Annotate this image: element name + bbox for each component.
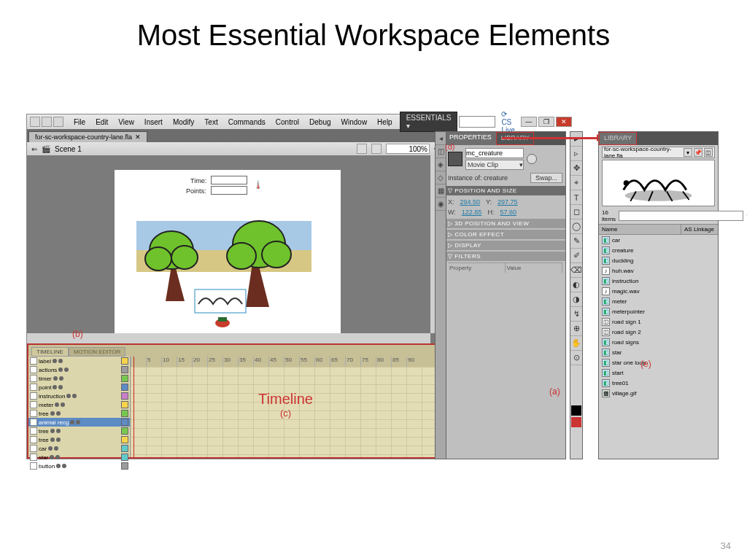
lock-dot[interactable] — [56, 429, 61, 433]
menu-edit[interactable]: Edit — [91, 117, 112, 128]
menu-help[interactable]: Help — [373, 117, 397, 128]
section-3d[interactable]: ▷ 3D POSITION AND VIEW — [445, 219, 565, 228]
y-value[interactable]: 297.75 — [498, 198, 518, 206]
help-search-input[interactable] — [459, 116, 495, 128]
library-item[interactable]: ◧meterpointer — [599, 306, 718, 316]
tool-5[interactable]: ◻ — [570, 205, 582, 219]
tool-8[interactable]: ✐ — [570, 249, 582, 263]
visibility-dot[interactable] — [53, 359, 57, 363]
tool-11[interactable]: ◑ — [570, 292, 582, 307]
collapsed-panel-strip[interactable]: ◂ ◫ ◈ ◇ ▦ ◉ — [435, 131, 446, 459]
layer-row[interactable]: star — [28, 453, 130, 462]
tool-12[interactable]: ↯ — [570, 307, 582, 322]
library-item[interactable]: ◫road sign 2 — [599, 327, 718, 337]
close-button[interactable]: ✕ — [556, 117, 572, 127]
library-search-input[interactable] — [619, 211, 743, 221]
x-value[interactable]: 294.50 — [460, 198, 481, 206]
ruler-tick[interactable]: 5 — [146, 357, 161, 367]
symbol-type-dropdown[interactable]: Movie Clip▾ — [465, 160, 524, 170]
ruler-tick[interactable]: 70 — [345, 357, 360, 367]
visibility-dot[interactable] — [58, 368, 63, 372]
menu-debug[interactable]: Debug — [305, 117, 335, 128]
menu-file[interactable]: File — [69, 117, 90, 128]
tool-4[interactable]: T — [570, 190, 582, 205]
library-col-name[interactable]: Name — [599, 225, 681, 234]
frame-area[interactable]: 51015202530354045505560657075808590 Time… — [131, 357, 441, 457]
tool-0[interactable]: ▸ — [570, 132, 582, 147]
lock-dot[interactable] — [58, 385, 63, 389]
library-item[interactable]: ◧tree01 — [599, 378, 718, 388]
library-tab[interactable]: LIBRARY — [599, 132, 637, 145]
tool-13[interactable]: ⊕ — [570, 322, 582, 336]
layer-row[interactable]: tree — [28, 409, 130, 418]
layer-row[interactable]: instruction — [28, 392, 130, 400]
workspace-switcher[interactable]: ESSENTIALS ▾ — [400, 112, 458, 132]
w-value[interactable]: 122.85 — [462, 209, 482, 216]
minimize-button[interactable]: — — [521, 117, 537, 127]
visibility-dot[interactable] — [53, 385, 57, 389]
menu-commands[interactable]: Commands — [224, 117, 270, 128]
edit-scene-icon[interactable] — [357, 144, 367, 154]
color-wheel-icon[interactable] — [527, 154, 537, 164]
info-icon[interactable]: ◈ — [436, 158, 446, 171]
ruler-tick[interactable]: 80 — [376, 357, 391, 367]
section-filters[interactable]: ▽ FILTERS — [445, 252, 565, 261]
ruler-tick[interactable]: 65 — [330, 357, 345, 367]
library-list-header[interactable]: Name AS Linkage — [599, 224, 718, 235]
section-color-effect[interactable]: ▷ COLOR EFFECT — [445, 230, 565, 239]
library-item[interactable]: ◧road signs — [599, 337, 718, 347]
library-item[interactable]: ◧star one loop — [599, 357, 718, 368]
library-item[interactable]: ◧creature — [599, 245, 718, 255]
tool-7[interactable]: ✎ — [570, 234, 582, 249]
visibility-dot[interactable] — [56, 464, 61, 468]
library-item[interactable]: ▩village.gif — [599, 388, 718, 398]
zoom-input[interactable] — [386, 144, 430, 154]
ruler-tick[interactable]: 55 — [299, 357, 314, 367]
section-display[interactable]: ▷ DISPLAY — [445, 241, 565, 250]
ruler-tick[interactable]: 50 — [284, 357, 299, 367]
visibility-dot[interactable] — [50, 429, 55, 433]
layer-row[interactable]: meter — [28, 400, 130, 409]
menu-text[interactable]: Text — [200, 117, 222, 128]
h-value[interactable]: 57.60 — [500, 209, 516, 216]
ruler-tick[interactable]: 90 — [406, 357, 422, 367]
ruler-tick[interactable]: 75 — [360, 357, 376, 367]
tool-14[interactable]: ✋ — [570, 336, 582, 351]
close-tab-icon[interactable]: ✕ — [135, 133, 141, 141]
visibility-dot[interactable] — [55, 402, 59, 407]
visibility-dot[interactable] — [70, 420, 74, 424]
frame-ruler[interactable]: 51015202530354045505560657075808590 — [131, 357, 441, 367]
expand-panel-icon[interactable]: ◂ — [436, 132, 446, 145]
lock-dot[interactable] — [55, 455, 60, 459]
library-item[interactable]: ◧start — [599, 368, 718, 378]
layer-row[interactable]: tree — [28, 427, 130, 435]
fill-swatch[interactable] — [571, 417, 581, 427]
layer-row[interactable]: actions — [28, 365, 130, 374]
menu-view[interactable]: View — [114, 117, 139, 128]
align-icon[interactable]: ◫ — [436, 145, 446, 158]
stroke-swatch[interactable] — [571, 405, 581, 416]
menu-control[interactable]: Control — [271, 117, 303, 128]
library-col-linkage[interactable]: AS Linkage — [681, 225, 718, 234]
lock-dot[interactable] — [56, 438, 61, 442]
layer-row[interactable]: tree — [28, 435, 130, 444]
ruler-tick[interactable]: 60 — [314, 357, 330, 367]
tool-15[interactable]: ⊙ — [570, 351, 582, 365]
ruler-tick[interactable]: 20 — [192, 357, 207, 367]
lock-dot[interactable] — [76, 420, 80, 424]
lock-dot[interactable] — [56, 411, 61, 416]
new-library-icon[interactable]: ◫ — [704, 148, 713, 157]
layer-row[interactable]: timer — [28, 374, 130, 383]
visibility-dot[interactable] — [50, 455, 54, 459]
tool-9[interactable]: ⌫ — [570, 263, 582, 278]
swatches-icon[interactable]: ▦ — [436, 184, 446, 198]
library-item[interactable]: ◧car — [599, 235, 718, 245]
stage[interactable]: Time: Points: 🌡️ — [115, 170, 341, 341]
tool-3[interactable]: ⌖ — [570, 176, 582, 190]
menu-insert[interactable]: Insert — [140, 117, 167, 128]
visibility-dot[interactable] — [48, 446, 53, 451]
ruler-tick[interactable]: 45 — [268, 357, 284, 367]
lock-dot[interactable] — [58, 359, 63, 363]
library-item[interactable]: ◧meter — [599, 296, 718, 306]
lock-dot[interactable] — [64, 368, 69, 372]
